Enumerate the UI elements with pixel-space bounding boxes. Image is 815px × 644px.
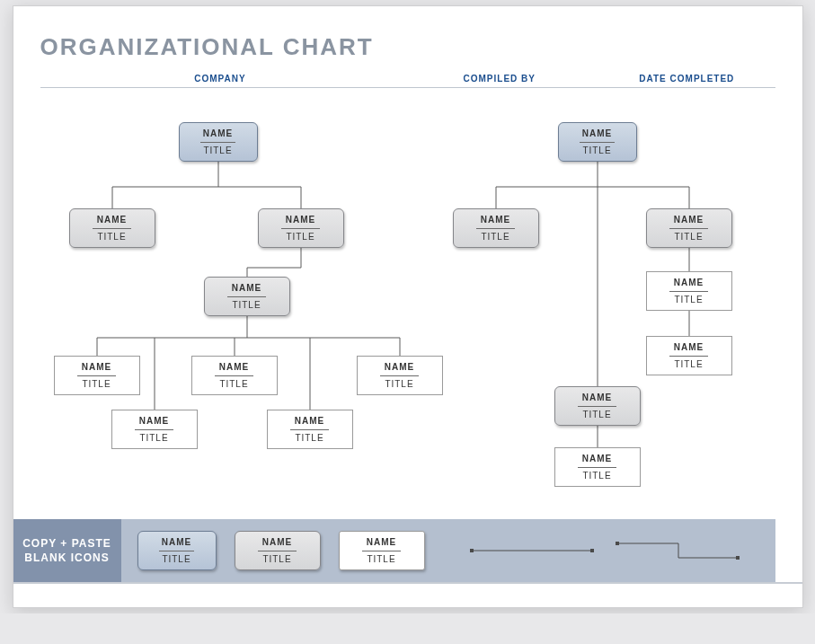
- node-title: TITLE: [262, 232, 340, 243]
- node-divider: [669, 356, 708, 357]
- node-title: TITLE: [271, 433, 349, 445]
- org-node-root-left[interactable]: NAME TITLE: [179, 122, 258, 162]
- palette-connector-straight[interactable]: [470, 540, 596, 561]
- node-title: TITLE: [343, 554, 421, 566]
- node-divider: [669, 291, 708, 292]
- node-title: TITLE: [563, 146, 633, 157]
- org-node-root-right[interactable]: NAME TITLE: [558, 122, 637, 162]
- org-node[interactable]: NAME TITLE: [69, 208, 155, 248]
- node-name: NAME: [196, 362, 273, 374]
- node-divider: [580, 142, 615, 143]
- palette-node-white[interactable]: NAME TITLE: [339, 531, 425, 570]
- node-name: NAME: [361, 362, 439, 374]
- node-divider: [281, 228, 320, 229]
- node-name: NAME: [142, 537, 212, 549]
- palette-strip: NAME TITLE NAME TITLE NAME TITLE: [121, 519, 775, 582]
- node-title: TITLE: [361, 379, 439, 391]
- palette-node-grey[interactable]: NAME TITLE: [235, 531, 321, 570]
- node-name: NAME: [559, 454, 636, 465]
- node-name: NAME: [116, 416, 193, 428]
- node-divider: [578, 406, 616, 407]
- svg-rect-24: [590, 549, 594, 552]
- meta-date-label: DATE COMPLETED: [598, 74, 775, 84]
- node-title: TITLE: [559, 410, 636, 421]
- palette-bar: COPY + PASTE BLANK ICONS NAME TITLE NAME…: [13, 519, 802, 584]
- org-node[interactable]: NAME TITLE: [204, 277, 290, 316]
- node-name: NAME: [262, 215, 340, 226]
- org-node[interactable]: NAME TITLE: [54, 356, 140, 395]
- node-title: TITLE: [196, 379, 273, 391]
- org-node[interactable]: NAME TITLE: [646, 271, 732, 311]
- org-node[interactable]: NAME TITLE: [357, 356, 443, 395]
- page: ORGANIZATIONAL CHART COMPANY COMPILED BY…: [13, 5, 803, 608]
- node-title: TITLE: [142, 554, 212, 566]
- org-node[interactable]: NAME TITLE: [453, 208, 539, 248]
- org-node[interactable]: NAME TITLE: [646, 336, 732, 375]
- chart-title: ORGANIZATIONAL CHART: [40, 33, 775, 61]
- node-divider: [380, 375, 419, 376]
- svg-rect-23: [470, 549, 474, 552]
- node-name: NAME: [271, 416, 349, 428]
- svg-rect-26: [736, 556, 740, 560]
- node-divider: [258, 551, 297, 551]
- node-name: NAME: [651, 342, 728, 354]
- org-node[interactable]: NAME TITLE: [258, 208, 344, 248]
- node-title: TITLE: [651, 359, 728, 371]
- palette-label: COPY + PASTE BLANK ICONS: [13, 519, 121, 582]
- org-node[interactable]: NAME TITLE: [191, 356, 278, 395]
- meta-header-row: COMPANY COMPILED BY DATE COMPLETED: [40, 74, 775, 88]
- node-title: TITLE: [559, 471, 636, 482]
- node-name: NAME: [651, 215, 728, 226]
- node-name: NAME: [208, 283, 286, 295]
- node-name: NAME: [343, 537, 421, 549]
- org-chart-canvas: NAME TITLE NAME TITLE NAME TITLE NAME TI…: [40, 95, 777, 514]
- node-name: NAME: [239, 537, 316, 549]
- org-node[interactable]: NAME TITLE: [267, 410, 353, 449]
- node-name: NAME: [457, 215, 535, 226]
- node-title: TITLE: [239, 554, 316, 566]
- node-divider: [578, 467, 616, 468]
- node-name: NAME: [651, 278, 728, 289]
- palette-connector-elbow[interactable]: [616, 540, 741, 561]
- node-divider: [669, 228, 708, 229]
- org-node[interactable]: NAME TITLE: [111, 410, 198, 449]
- node-divider: [77, 375, 116, 376]
- node-name: NAME: [74, 215, 151, 226]
- node-name: NAME: [559, 393, 636, 404]
- org-node[interactable]: NAME TITLE: [554, 386, 641, 426]
- node-name: NAME: [563, 128, 633, 140]
- org-node[interactable]: NAME TITLE: [554, 447, 641, 487]
- page-bottom-margin: [13, 584, 802, 607]
- palette-node-blue[interactable]: NAME TITLE: [137, 531, 217, 570]
- node-title: TITLE: [651, 232, 728, 243]
- node-divider: [135, 429, 173, 430]
- meta-company-label: COMPANY: [40, 74, 401, 84]
- node-title: TITLE: [208, 300, 286, 312]
- org-node[interactable]: NAME TITLE: [646, 208, 732, 248]
- node-divider: [290, 429, 329, 430]
- node-divider: [227, 296, 266, 297]
- node-title: TITLE: [457, 232, 535, 243]
- node-title: TITLE: [651, 295, 728, 306]
- node-title: TITLE: [58, 379, 136, 391]
- palette-label-text: COPY + PASTE BLANK ICONS: [22, 536, 111, 565]
- palette-connectors: [470, 540, 741, 561]
- node-title: TITLE: [183, 146, 253, 157]
- node-name: NAME: [183, 128, 253, 140]
- meta-compiled-label: COMPILED BY: [400, 74, 598, 84]
- node-divider: [215, 375, 253, 376]
- node-divider: [476, 228, 515, 229]
- node-name: NAME: [58, 362, 136, 374]
- node-title: TITLE: [74, 232, 151, 243]
- node-title: TITLE: [116, 433, 193, 445]
- node-divider: [362, 551, 401, 551]
- node-divider: [159, 551, 194, 551]
- node-divider: [200, 142, 235, 143]
- svg-rect-25: [616, 542, 619, 545]
- node-divider: [93, 228, 131, 229]
